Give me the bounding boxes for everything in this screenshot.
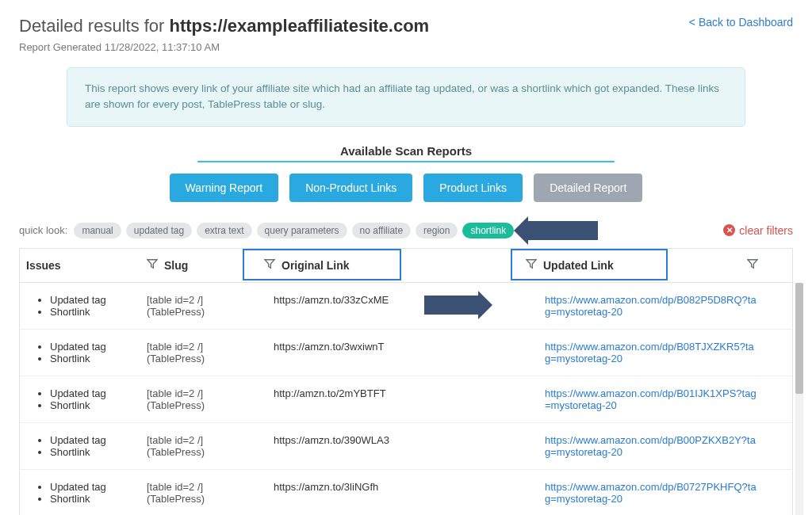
issue-item: Updated tag [50,434,147,446]
cell-updated-link: https://www.amazon.com/dp/B0727PKHFQ?tag… [504,481,757,505]
cell-issues: Updated tagShortlink [20,434,147,458]
clear-filters-button[interactable]: ✕ clear filters [723,224,793,237]
pill-query-parameters[interactable]: query parameters [257,223,347,238]
filter-icon[interactable] [526,258,537,272]
issue-item: Shortlink [50,399,147,411]
col-issues-header[interactable]: Issues [20,259,147,272]
pill-manual[interactable]: manual [74,223,121,238]
filter-icon[interactable] [747,258,758,272]
cell-updated-link: https://www.amazon.com/dp/B08TJXZKR5?tag… [504,341,757,364]
svg-marker-0 [147,260,157,269]
warning-report-button[interactable]: Warning Report [170,174,279,202]
clear-filters-label: clear filters [739,224,793,237]
issue-item: Shortlink [50,306,147,318]
svg-marker-3 [748,260,757,269]
quicklook-label: quick look: [19,224,67,236]
issue-item: Shortlink [50,493,147,505]
non-product-links-button[interactable]: Non-Product Links [289,174,412,202]
updated-link[interactable]: https://www.amazon.com/dp/B08TJXZKR5?tag… [545,341,754,364]
cell-slug: [table id=2 /] (TablePress) [147,341,250,364]
scan-reports-heading: Available Scan Reports [19,144,793,158]
cell-issues: Updated tagShortlink [20,294,147,318]
cell-issues: Updated tagShortlink [20,341,147,364]
product-links-button[interactable]: Product Links [423,174,523,202]
cell-slug: [table id=2 /] (TablePress) [147,434,250,458]
report-buttons-row: Warning Report Non-Product Links Product… [19,174,793,202]
issue-item: Updated tag [50,341,147,353]
pill-no-affiliate[interactable]: no affiliate [352,223,412,238]
cell-original-link: https://amzn.to/3wxiwnT [250,341,504,364]
annotation-arrow-left [527,221,598,240]
cell-updated-link: https://www.amazon.com/dp/B00PZKXB2Y?tag… [504,434,757,458]
issue-item: Shortlink [50,353,147,364]
page-title: Detailed results for https://exampleaffi… [19,16,429,36]
updated-link[interactable]: https://www.amazon.com/dp/B082P5D8RQ?tag… [545,294,756,318]
table-row: Updated tagShortlink[table id=2 /] (Tabl… [20,330,792,376]
back-to-dashboard-link[interactable]: < Back to Dashboard [689,16,793,29]
cell-slug: [table id=2 /] (TablePress) [147,387,250,411]
pill-extra-text[interactable]: extra text [197,223,251,238]
filter-icon[interactable] [264,258,275,272]
cell-slug: [table id=2 /] (TablePress) [147,481,250,505]
cell-issues: Updated tagShortlink [20,481,147,505]
table-row: Updated tagShortlink[table id=2 /] (Tabl… [20,283,792,330]
annotation-arrow-right [424,296,480,315]
pill-region[interactable]: region [416,223,458,238]
info-banner: This report shows every link of your aff… [67,67,745,127]
updated-link[interactable]: https://www.amazon.com/dp/B00PZKXB2Y?tag… [545,434,756,458]
section-underline [197,161,615,162]
cell-original-link: http://amzn.to/2mYBTFT [250,387,504,411]
col-slug-header[interactable]: Slug [147,258,250,272]
issue-item: Updated tag [50,294,147,306]
cell-slug: [table id=2 /] (TablePress) [147,294,250,318]
filter-icon[interactable] [147,258,158,272]
issue-item: Shortlink [50,446,147,458]
table-row: Updated tagShortlink[table id=2 /] (Tabl… [20,376,792,423]
title-prefix: Detailed results for [19,16,170,36]
issue-item: Updated tag [50,481,147,493]
report-timestamp: Report Generated 11/28/2022, 11:37:10 AM [19,41,429,53]
table-body: Updated tagShortlink[table id=2 /] (Tabl… [19,283,793,516]
scrollbar-thumb[interactable] [795,283,803,394]
quicklook-row: quick look: manual updated tag extra tex… [19,218,793,248]
col-extra-filter[interactable] [741,258,770,272]
table-row: Updated tagShortlink[table id=2 /] (Tabl… [20,470,792,516]
close-icon: ✕ [723,224,735,236]
cell-original-link: https://amzn.to/3liNGfh [250,481,504,505]
svg-marker-2 [527,260,536,269]
table-header: Issues Slug Original Link Updated Link [19,248,793,283]
table-row: Updated tagShortlink[table id=2 /] (Tabl… [20,423,792,470]
cell-original-link: https://amzn.to/390WLA3 [250,434,504,458]
col-original-header[interactable]: Original Link [250,258,504,272]
updated-link[interactable]: https://www.amazon.com/dp/B01IJK1XPS?tag… [545,387,756,411]
cell-updated-link: https://www.amazon.com/dp/B082P5D8RQ?tag… [504,294,757,318]
issue-item: Updated tag [50,387,147,399]
col-updated-header[interactable]: Updated Link [504,258,741,272]
title-url: https://exampleaffiliatesite.com [170,16,430,36]
pill-updated-tag[interactable]: updated tag [126,223,192,238]
updated-link[interactable]: https://www.amazon.com/dp/B0727PKHFQ?tag… [545,481,756,505]
detailed-report-button[interactable]: Detailed Report [534,174,642,202]
cell-updated-link: https://www.amazon.com/dp/B01IJK1XPS?tag… [504,387,757,411]
svg-marker-1 [265,260,274,269]
pill-shortlink[interactable]: shortlink [462,223,514,238]
cell-issues: Updated tagShortlink [20,387,147,411]
